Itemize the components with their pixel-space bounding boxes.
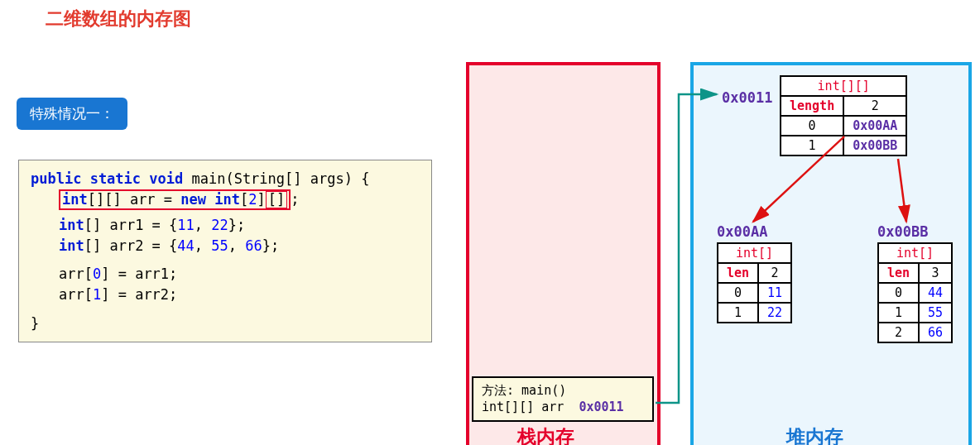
outer-val-0: 0x00AA <box>843 116 906 136</box>
arrB-idx-2: 2 <box>878 323 919 342</box>
arrB-type: int[] <box>878 243 952 263</box>
code-line-7: } <box>31 313 420 334</box>
arrA-val-0: 11 <box>758 283 791 303</box>
frame-method: 方法: main() <box>482 382 644 399</box>
stack-label: 栈内存 <box>517 424 574 445</box>
scenario-badge: 特殊情况一： <box>17 98 127 130</box>
arrB-len-label: len <box>878 263 919 283</box>
arrB-val-1: 55 <box>919 303 952 323</box>
outer-len: 2 <box>843 96 906 116</box>
arrA-type: int[] <box>718 243 791 263</box>
outer-addr: 0x0011 <box>722 89 772 106</box>
arrA-table: int[] len2 011 122 <box>717 242 792 323</box>
outer-array-table: int[][] length2 00x00AA 10x00BB <box>780 75 907 156</box>
arrA-len-label: len <box>718 263 758 283</box>
arrB-addr: 0x00BB <box>877 223 928 240</box>
arrA-val-1: 22 <box>758 303 791 323</box>
arrB-len: 3 <box>919 263 952 283</box>
outer-val-1: 0x00BB <box>843 136 906 156</box>
outer-idx-1: 1 <box>781 136 843 156</box>
arrB-val-0: 44 <box>919 283 952 303</box>
arrB-val-2: 66 <box>919 323 952 342</box>
arrA-idx-0: 0 <box>718 283 758 303</box>
code-box: public static void main(String[] args) {… <box>18 160 432 342</box>
code-line-1: public static void main(String[] args) { <box>31 169 420 189</box>
code-line-2: int[][] arr = new int[2][]; <box>31 189 420 211</box>
outer-idx-0: 0 <box>781 116 843 136</box>
arrA-idx-1: 1 <box>718 303 758 323</box>
frame-var: int[][] arr 0x0011 <box>482 399 644 415</box>
page-title: 二维数组的内存图 <box>46 7 191 31</box>
heap-label: 堆内存 <box>786 424 843 445</box>
stack-frame: 方法: main() int[][] arr 0x0011 <box>472 376 654 422</box>
arrB-idx-1: 1 <box>878 303 919 323</box>
code-line-5: arr[0] = arr1; <box>31 264 420 285</box>
code-line-4: int[] arr2 = {44, 55, 66}; <box>31 236 420 256</box>
arrB-idx-0: 0 <box>878 283 919 303</box>
arrB-table: int[] len3 044 155 266 <box>877 242 953 343</box>
code-line-3: int[] arr1 = {11, 22}; <box>31 215 420 236</box>
arrA-addr: 0x00AA <box>717 223 767 240</box>
arrA-len: 2 <box>758 263 791 283</box>
code-line-6: arr[1] = arr2; <box>31 285 420 305</box>
outer-type: int[][] <box>781 76 906 96</box>
outer-len-label: length <box>781 96 843 116</box>
